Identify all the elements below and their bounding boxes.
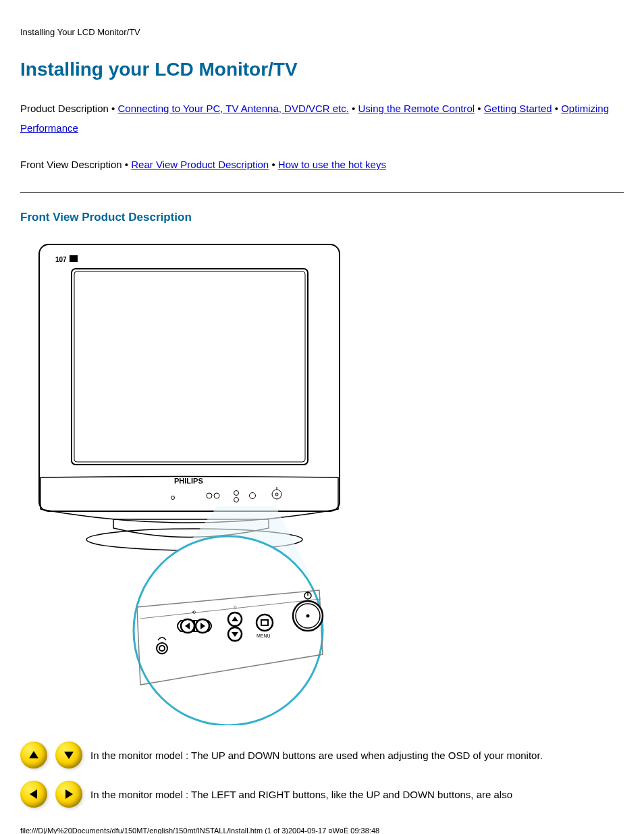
nav-prefix-2: Front View Description <box>20 159 122 170</box>
svg-marker-40 <box>30 789 37 799</box>
hotkey-row-updown: In the monitor model : The UP and DOWN b… <box>20 741 624 768</box>
hotkey-text-leftright: In the monitor model : The LEFT and RIGH… <box>90 787 512 800</box>
svg-text:107: 107 <box>55 256 67 263</box>
section-title: Front View Product Description <box>20 211 624 224</box>
svg-rect-4 <box>70 255 78 262</box>
svg-marker-38 <box>29 751 38 758</box>
svg-text:PHILIPS: PHILIPS <box>174 477 203 485</box>
nav-bullet: • <box>555 103 561 114</box>
hotkey-text-updown: In the monitor model : The UP and DOWN b… <box>90 748 543 761</box>
nav-link-remote[interactable]: Using the Remote Control <box>358 103 475 114</box>
hotkey-row-leftright: In the monitor model : The LEFT and RIGH… <box>20 781 624 808</box>
svg-text:⟲: ⟲ <box>192 610 196 615</box>
left-button-icon <box>20 781 47 808</box>
svg-point-35 <box>306 614 310 617</box>
nav-bullet: • <box>271 159 277 170</box>
svg-point-30 <box>257 615 273 631</box>
nav-bullet: • <box>111 103 117 114</box>
svg-rect-0 <box>39 244 340 511</box>
svg-marker-41 <box>65 789 73 799</box>
doc-header-title: Installing Your LCD Monitor/TV <box>20 27 624 37</box>
svg-text:MENU: MENU <box>257 633 271 638</box>
right-button-icon <box>55 781 82 808</box>
nav-link-connecting[interactable]: Connecting to Your PC, TV Antenna, DVD/V… <box>118 103 349 114</box>
hotkey-list: In the monitor model : The UP and DOWN b… <box>20 741 624 808</box>
divider <box>20 192 624 193</box>
nav-row-2: Front View Description • Rear View Produ… <box>20 155 624 175</box>
svg-text:☼: ☼ <box>233 604 238 610</box>
up-button-icon <box>20 741 47 768</box>
page-title: Installing your LCD Monitor/TV <box>20 59 624 80</box>
monitor-illustration: 107 PHILIPS <box>32 239 624 728</box>
footer-file-path: file:///D|/My%20Documents/dfu/150MT/engl… <box>20 827 379 835</box>
nav-link-rear-view[interactable]: Rear View Product Description <box>131 159 269 170</box>
svg-marker-39 <box>64 752 74 759</box>
nav-link-hotkeys[interactable]: How to use the hot keys <box>278 159 386 170</box>
nav-row-1: Product Description • Connecting to Your… <box>20 99 624 138</box>
nav-bullet: • <box>477 103 483 114</box>
nav-link-getting-started[interactable]: Getting Started <box>484 103 552 114</box>
nav-bullet: • <box>352 103 358 114</box>
down-button-icon <box>55 741 82 768</box>
nav-bullet: • <box>125 159 131 170</box>
nav-prefix-1: Product Description <box>20 103 109 114</box>
